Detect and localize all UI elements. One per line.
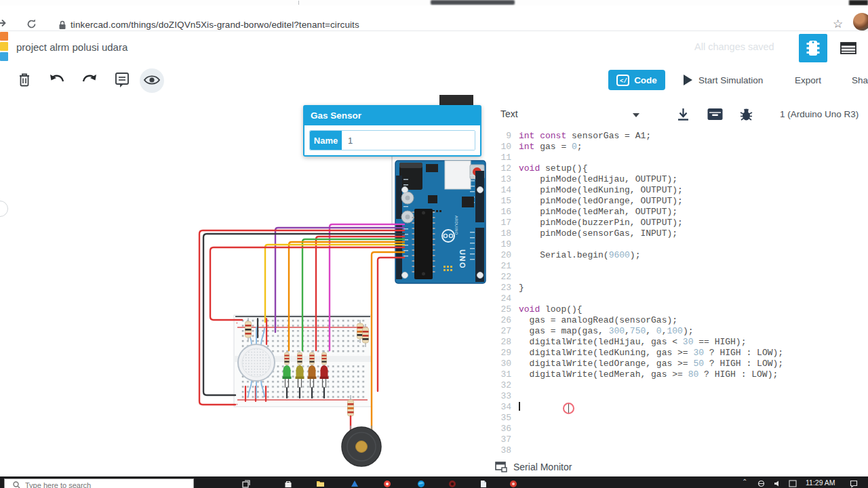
bookmark-star-icon[interactable]: ☆ xyxy=(833,17,843,31)
task-view-icon[interactable] xyxy=(241,479,250,488)
reload-icon[interactable] xyxy=(26,18,37,30)
code-line[interactable]: 28 digitalWrite(ledHijau, gas < 30 == HI… xyxy=(494,337,868,348)
code-line[interactable]: 30 digitalWrite(ledOrange, gas >= 50 ? H… xyxy=(494,359,868,369)
project-title[interactable]: project alrm polusi udara xyxy=(16,41,127,53)
undo-icon xyxy=(49,73,65,87)
store-app-icon[interactable] xyxy=(283,479,292,488)
code-line[interactable]: 23} xyxy=(494,283,868,293)
delete-button[interactable] xyxy=(15,70,34,89)
tinkercad-logo-square-yellow xyxy=(0,42,8,51)
search-input[interactable] xyxy=(25,481,161,488)
code-line[interactable]: 9int const sensorGas = A1; xyxy=(494,131,868,142)
code-line[interactable]: 14 pinMode(ledKuning, OUTPUT); xyxy=(494,185,868,196)
forward-arrow-icon[interactable] xyxy=(0,18,7,28)
line-number: 12 xyxy=(494,163,511,174)
voltage-regulator xyxy=(426,164,438,172)
list-view-button[interactable] xyxy=(840,41,857,55)
line-number: 17 xyxy=(494,218,511,228)
code-line[interactable]: 22 xyxy=(494,272,868,283)
name-input[interactable] xyxy=(342,131,475,150)
line-number: 34 xyxy=(494,402,511,413)
app-icon-dark-red[interactable] xyxy=(448,479,456,488)
app-icon-red[interactable] xyxy=(509,479,517,488)
line-number: 27 xyxy=(494,326,511,337)
code-lines[interactable]: 9int const sensorGas = A1;10int gas = 0;… xyxy=(494,131,868,456)
download-code-button[interactable] xyxy=(676,107,690,122)
redo-icon xyxy=(81,73,98,87)
wire-red-top-rail[interactable] xyxy=(210,247,404,320)
tray-language-icon[interactable] xyxy=(788,479,797,488)
board-selector[interactable]: 1 (Arduino Uno R3) xyxy=(780,109,859,119)
clock[interactable]: 11:29 AM xyxy=(806,479,835,487)
arduino-uno-board[interactable]: UNO ARDUINO xyxy=(395,161,486,283)
line-number: 25 xyxy=(494,304,511,315)
debug-bug-button[interactable] xyxy=(739,107,753,122)
undo-button[interactable] xyxy=(47,70,66,89)
digital-pin-header-1[interactable] xyxy=(475,171,484,222)
svg-text:+: + xyxy=(236,402,238,406)
line-number: 30 xyxy=(494,359,511,369)
line-number: 20 xyxy=(494,250,511,261)
components-view-button[interactable] xyxy=(799,34,827,62)
redo-button[interactable] xyxy=(80,70,99,89)
code-mode-dropdown[interactable]: Text xyxy=(500,108,518,119)
tray-volume-icon[interactable] xyxy=(773,479,782,488)
code-line[interactable]: 36 xyxy=(494,424,868,434)
code-line[interactable]: 15 pinMode(ledOrange, OUTPUT); xyxy=(494,196,868,207)
code-line[interactable]: 37 xyxy=(494,434,868,445)
line-number: 31 xyxy=(494,369,511,380)
browser-tab-strip xyxy=(0,0,868,5)
code-line[interactable]: 18 pinMode(sensorGas, INPUT); xyxy=(494,228,868,239)
file-explorer-icon[interactable] xyxy=(316,479,325,488)
code-line[interactable]: 19 xyxy=(494,239,868,250)
code-button[interactable]: </ Code xyxy=(608,70,665,90)
play-icon[interactable] xyxy=(684,75,692,85)
code-line[interactable]: 26 gas = analogRead(sensorGas); xyxy=(494,315,868,326)
resistor-left[interactable] xyxy=(245,318,252,340)
app-icon-blue[interactable] xyxy=(350,479,359,488)
code-line[interactable]: 24 xyxy=(494,293,868,304)
code-line[interactable]: 35 xyxy=(494,413,868,424)
browser-app-icon[interactable] xyxy=(382,479,391,488)
code-line[interactable]: 29 digitalWrite(ledKuning, gas >= 30 ? H… xyxy=(494,348,868,359)
app-icon-document[interactable] xyxy=(479,479,488,488)
code-line[interactable]: 21 xyxy=(494,261,868,272)
serial-monitor-bar[interactable]: Serial Monitor xyxy=(494,458,868,476)
piezo-buzzer[interactable] xyxy=(342,426,381,466)
usb-port xyxy=(445,161,471,189)
share-button[interactable]: Share xyxy=(852,75,868,85)
line-number: 36 xyxy=(494,424,511,434)
gas-sensor-popup: Gas Sensor Name xyxy=(303,105,481,157)
code-line[interactable]: 34 xyxy=(494,402,868,413)
browser-profile-avatar[interactable] xyxy=(853,13,868,30)
taskbar-search-box[interactable] xyxy=(4,479,194,488)
code-line[interactable]: 13 pinMode(ledHijau, OUTPUT); xyxy=(494,174,868,185)
code-line[interactable]: 11 xyxy=(494,152,868,163)
eye-icon xyxy=(143,74,161,86)
view-button[interactable] xyxy=(142,70,161,89)
url-text[interactable]: tinkercad.com/things/doZIQVn5Xis-grand-b… xyxy=(71,20,359,30)
code-line[interactable]: 17 pinMode(buzzerPin, OUTPUT); xyxy=(494,218,868,228)
edge-app-icon[interactable] xyxy=(416,479,425,488)
tray-up-arrow[interactable]: ⌃ xyxy=(742,478,747,485)
code-line[interactable]: 38 xyxy=(494,445,868,456)
code-line[interactable]: 16 pinMode(ledMerah, OUTPUT); xyxy=(494,207,868,218)
code-line[interactable]: 31 digitalWrite(ledMerah, gas >= 80 ? HI… xyxy=(494,369,868,380)
notes-button[interactable] xyxy=(113,70,132,89)
code-line[interactable]: 32 xyxy=(494,380,868,391)
code-line[interactable]: 25void loop(){ xyxy=(494,304,868,315)
tinkercad-logo-square-orange xyxy=(0,32,8,41)
code-line[interactable]: 20 Serial.begin(9600); xyxy=(494,250,868,261)
svg-text:+: + xyxy=(236,321,238,325)
wire-yellow[interactable] xyxy=(265,245,404,322)
start-simulation-button[interactable]: Start Simulation xyxy=(698,75,763,85)
chevron-down-icon[interactable] xyxy=(633,113,639,117)
code-line[interactable]: 10int gas = 0; xyxy=(494,142,868,152)
export-button[interactable]: Export xyxy=(795,75,821,85)
code-line[interactable]: 27 gas = map(gas, 300,750, 0,100); xyxy=(494,326,868,337)
tray-network-icon[interactable] xyxy=(757,479,766,488)
code-line[interactable]: 12void setup(){ xyxy=(494,163,868,174)
code-line[interactable]: 33 xyxy=(494,391,868,402)
libraries-button[interactable] xyxy=(707,107,724,121)
notification-center-icon[interactable] xyxy=(849,479,858,488)
